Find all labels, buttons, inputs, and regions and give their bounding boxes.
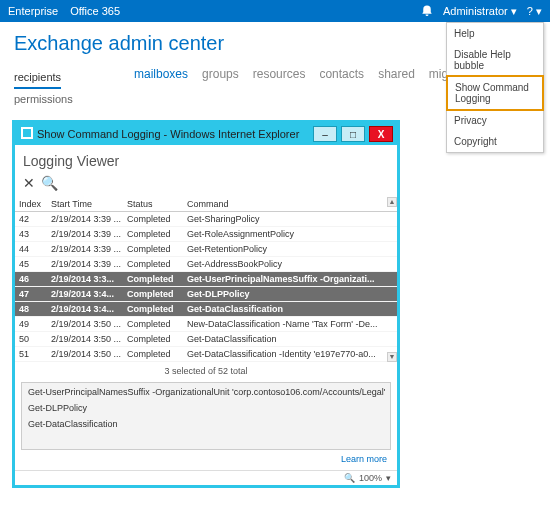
maximize-button[interactable]: □ [341,126,365,142]
cell-time: 2/19/2014 3:39 ... [51,229,127,239]
cell-time: 2/19/2014 3:3... [51,274,127,284]
table-row[interactable]: 462/19/2014 3:3...CompletedGet-UserPrinc… [15,272,397,287]
log-grid: Index Start Time Status Command 422/19/2… [15,197,397,362]
help-menu-item[interactable]: Disable Help bubble [447,44,543,76]
cell-status: Completed [127,289,187,299]
zoom-chevron-icon[interactable]: ▾ [386,473,391,483]
detail-line: Get-DataClassification [28,419,384,429]
window-titlebar[interactable]: Show Command Logging - Windows Internet … [15,123,397,145]
window-title: Show Command Logging - Windows Internet … [37,128,309,140]
cell-time: 2/19/2014 3:4... [51,304,127,314]
cell-status: Completed [127,319,187,329]
close-button[interactable]: X [369,126,393,142]
viewer-title: Logging Viewer [15,145,397,173]
cell-index: 42 [19,214,51,224]
search-icon[interactable]: 🔍 [41,175,58,191]
cell-cmd: New-DataClassification -Name 'Tax Form' … [187,319,383,329]
sidebar-item-permissions[interactable]: permissions [14,89,104,109]
help-button[interactable]: ? ▾ [527,5,542,18]
cell-time: 2/19/2014 3:39 ... [51,214,127,224]
table-row[interactable]: 502/19/2014 3:50 ...CompletedGet-DataCla… [15,332,397,347]
help-dropdown: HelpDisable Help bubbleShow Command Logg… [446,22,544,153]
col-command[interactable]: Command [187,199,383,209]
admin-label: Administrator [443,5,508,17]
cell-time: 2/19/2014 3:50 ... [51,349,127,359]
command-logging-window: Show Command Logging - Windows Internet … [12,120,400,488]
tab-shared[interactable]: shared [378,67,415,109]
global-topbar: Enterprise Office 365 Administrator ▾ ? … [0,0,550,22]
cell-index: 47 [19,289,51,299]
help-menu-item[interactable]: Help [447,23,543,44]
col-start-time[interactable]: Start Time [51,199,127,209]
col-index[interactable]: Index [19,199,51,209]
cell-status: Completed [127,349,187,359]
cell-index: 50 [19,334,51,344]
zoom-bar: 🔍 100% ▾ [15,470,397,485]
cell-status: Completed [127,304,187,314]
selection-status: 3 selected of 52 total [15,362,397,382]
cell-cmd: Get-DataClassification [187,334,383,344]
window-icon [21,127,33,141]
detail-line: Get-DLPPolicy [28,403,384,413]
grid-header: Index Start Time Status Command [15,197,397,212]
sidebar-item-recipients[interactable]: recipients [14,67,61,89]
chevron-down-icon: ▾ [536,5,542,17]
cell-status: Completed [127,334,187,344]
detail-line: Get-UserPrincipalNamesSuffix -Organizati… [28,387,384,397]
command-detail-box[interactable]: Get-UserPrincipalNamesSuffix -Organizati… [21,382,391,450]
admin-menu[interactable]: Administrator ▾ [443,5,517,18]
cell-status: Completed [127,214,187,224]
col-status[interactable]: Status [127,199,187,209]
table-row[interactable]: 432/19/2014 3:39 ...CompletedGet-RoleAss… [15,227,397,242]
tab-mailboxes[interactable]: mailboxes [134,67,188,109]
nav-office365[interactable]: Office 365 [70,5,120,17]
cell-cmd: Get-DataClassification -Identity 'e197e7… [187,349,383,359]
zoom-level: 100% [359,473,382,483]
table-row[interactable]: 452/19/2014 3:39 ...CompletedGet-Address… [15,257,397,272]
table-row[interactable]: 512/19/2014 3:50 ...CompletedGet-DataCla… [15,347,397,362]
table-row[interactable]: 492/19/2014 3:50 ...CompletedNew-DataCla… [15,317,397,332]
tab-strip: mailboxesgroupsresourcescontactssharedmi… [104,67,478,109]
cell-status: Completed [127,274,187,284]
cell-time: 2/19/2014 3:39 ... [51,244,127,254]
clear-icon[interactable]: ✕ [23,175,35,191]
help-menu-item[interactable]: Privacy [447,110,543,131]
table-row[interactable]: 442/19/2014 3:39 ...CompletedGet-Retenti… [15,242,397,257]
table-row[interactable]: 482/19/2014 3:4...CompletedGet-DataClass… [15,302,397,317]
cell-index: 45 [19,259,51,269]
tab-resources[interactable]: resources [253,67,306,109]
cell-index: 43 [19,229,51,239]
scroll-down-icon[interactable]: ▼ [387,352,397,362]
scroll-up-icon[interactable]: ▲ [387,197,397,207]
cell-cmd: Get-SharingPolicy [187,214,383,224]
help-menu-item[interactable]: Show Command Logging [447,76,543,110]
table-row[interactable]: 422/19/2014 3:39 ...CompletedGet-Sharing… [15,212,397,227]
cell-cmd: Get-AddressBookPolicy [187,259,383,269]
nav-enterprise[interactable]: Enterprise [8,5,58,17]
grid-scrollbar[interactable]: ▲ ▼ [387,197,397,362]
cell-cmd: Get-DLPPolicy [187,289,383,299]
cell-time: 2/19/2014 3:50 ... [51,334,127,344]
minimize-button[interactable]: – [313,126,337,142]
table-row[interactable]: 472/19/2014 3:4...CompletedGet-DLPPolicy [15,287,397,302]
cell-index: 49 [19,319,51,329]
viewer-toolbar: ✕ 🔍 [15,173,397,197]
tab-groups[interactable]: groups [202,67,239,109]
help-menu-item[interactable]: Copyright [447,131,543,152]
cell-index: 44 [19,244,51,254]
learn-more-link[interactable]: Learn more [341,454,387,464]
cell-status: Completed [127,259,187,269]
cell-status: Completed [127,229,187,239]
cell-time: 2/19/2014 3:50 ... [51,319,127,329]
zoom-icon[interactable]: 🔍 [344,473,355,483]
cell-cmd: Get-UserPrincipalNamesSuffix -Organizati… [187,274,383,284]
cell-cmd: Get-RetentionPolicy [187,244,383,254]
cell-status: Completed [127,244,187,254]
cell-index: 51 [19,349,51,359]
cell-cmd: Get-RoleAssignmentPolicy [187,229,383,239]
cell-time: 2/19/2014 3:39 ... [51,259,127,269]
tab-contacts[interactable]: contacts [319,67,364,109]
chevron-down-icon: ▾ [511,5,517,17]
cell-cmd: Get-DataClassification [187,304,383,314]
notifications-icon[interactable] [421,4,433,18]
